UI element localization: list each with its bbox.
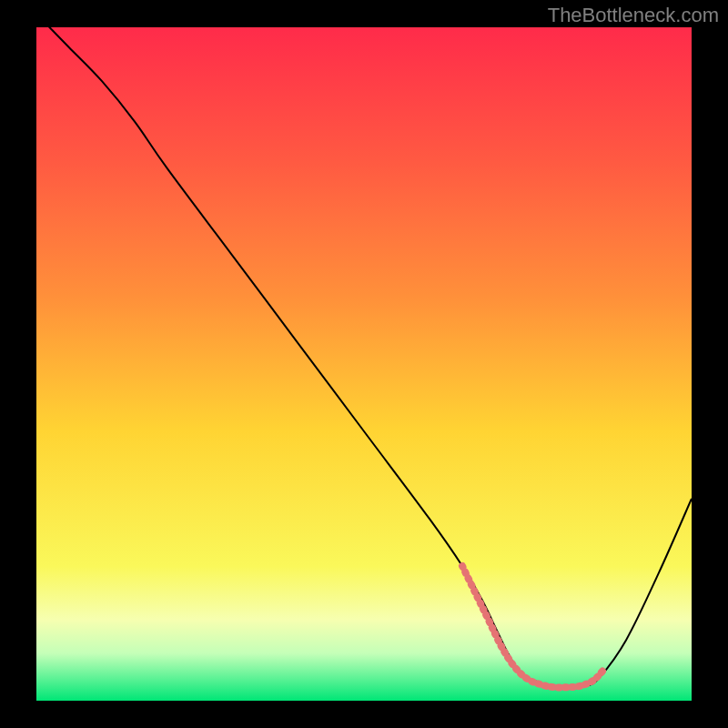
chart-container: TheBottleneck.com [0,0,728,728]
plot-area [36,27,692,701]
gradient-background [36,27,692,701]
watermark-text: TheBottleneck.com [548,4,719,27]
chart-svg [36,27,692,701]
